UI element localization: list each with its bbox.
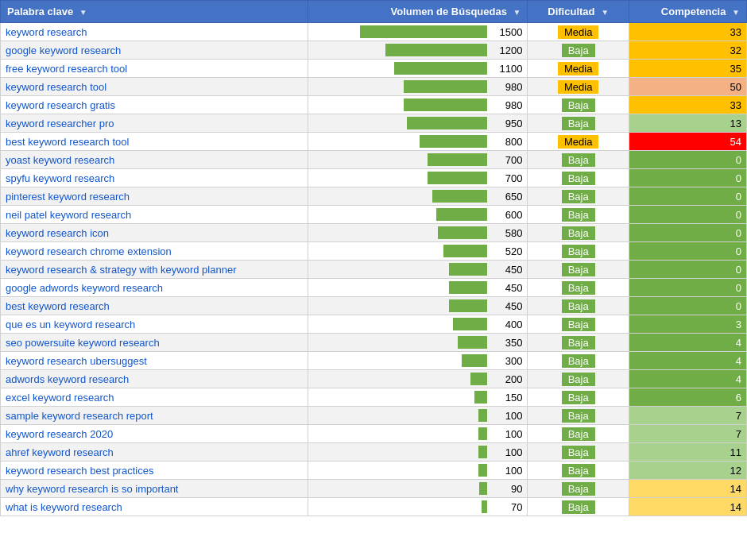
keyword-cell[interactable]: keyword research	[1, 23, 308, 41]
difficulty-cell: Baja	[528, 187, 629, 206]
keyword-cell[interactable]: keyword research ubersuggest	[1, 352, 308, 370]
difficulty-badge: Baja	[562, 190, 595, 203]
keyword-cell[interactable]: pinterest keyword research	[1, 187, 308, 206]
volume-number: 600	[490, 209, 522, 221]
difficulty-badge: Baja	[562, 336, 595, 350]
volume-cell: 100	[308, 407, 528, 425]
competition-cell: 0	[629, 261, 746, 279]
volume-cell: 520	[308, 242, 528, 261]
volume-bar	[428, 172, 487, 184]
volume-bar	[470, 373, 487, 385]
difficulty-cell: Baja	[528, 352, 629, 370]
competition-cell: 54	[629, 133, 746, 151]
difficulty-cell: Baja	[528, 388, 629, 407]
competition-cell: 33	[629, 96, 746, 114]
keyword-cell[interactable]: why keyword research is so important	[1, 480, 308, 498]
volume-bar	[404, 80, 487, 93]
filter-icon-keyword[interactable]: ▼	[79, 8, 87, 17]
volume-bar	[478, 409, 487, 422]
difficulty-badge: Baja	[562, 482, 595, 496]
keyword-cell[interactable]: excel keyword research	[1, 388, 308, 407]
difficulty-cell: Baja	[528, 443, 629, 462]
difficulty-badge: Baja	[562, 446, 595, 459]
difficulty-cell: Baja	[528, 462, 629, 480]
keyword-cell[interactable]: keyword research & strategy with keyword…	[1, 261, 308, 279]
volume-number: 70	[490, 501, 522, 513]
filter-icon-volume[interactable]: ▼	[513, 8, 521, 17]
volume-number: 100	[490, 446, 522, 458]
volume-cell: 700	[308, 169, 528, 187]
volume-bar	[360, 25, 487, 38]
competition-cell: 7	[629, 407, 746, 425]
competition-cell: 6	[629, 388, 746, 407]
keyword-cell[interactable]: keyword research best practices	[1, 462, 308, 480]
filter-icon-competition[interactable]: ▼	[732, 8, 740, 17]
keyword-cell[interactable]: best keyword research tool	[1, 133, 308, 151]
volume-number: 450	[490, 282, 522, 294]
difficulty-cell: Baja	[528, 169, 629, 187]
keyword-cell[interactable]: seo powersuite keyword research	[1, 334, 308, 352]
competition-cell: 50	[629, 78, 746, 96]
difficulty-cell: Baja	[528, 242, 629, 261]
table-row: neil patel keyword research 600 Baja0	[1, 206, 747, 224]
difficulty-cell: Baja	[528, 407, 629, 425]
table-row: free keyword research tool 1100 Media35	[1, 60, 747, 78]
table-row: keyword research chrome extension 520 Ba…	[1, 242, 747, 261]
volume-bar	[432, 190, 487, 203]
volume-bar	[458, 336, 487, 349]
volume-bar	[474, 391, 487, 404]
table-row: best keyword research tool 800 Media54	[1, 133, 747, 151]
keyword-cell[interactable]: ahref keyword research	[1, 443, 308, 462]
table-row: google adwords keyword research 450 Baja…	[1, 279, 747, 297]
col-keyword: Palabra clave ▼	[1, 1, 308, 23]
volume-cell: 950	[308, 114, 528, 133]
volume-cell: 980	[308, 96, 528, 114]
volume-number: 520	[490, 245, 522, 257]
difficulty-cell: Media	[528, 133, 629, 151]
keyword-cell[interactable]: keyword research tool	[1, 78, 308, 96]
volume-cell: 1200	[308, 41, 528, 60]
keyword-cell[interactable]: best keyword research	[1, 297, 308, 315]
keyword-cell[interactable]: google adwords keyword research	[1, 279, 308, 297]
volume-cell: 90	[308, 480, 528, 498]
competition-cell: 0	[629, 187, 746, 206]
keyword-cell[interactable]: neil patel keyword research	[1, 206, 308, 224]
keyword-cell[interactable]: yoast keyword research	[1, 151, 308, 169]
difficulty-badge: Baja	[562, 464, 595, 477]
volume-bar	[443, 245, 487, 257]
difficulty-cell: Media	[528, 78, 629, 96]
volume-number: 150	[490, 392, 522, 404]
keyword-cell[interactable]: keyword research 2020	[1, 425, 308, 443]
competition-cell: 12	[629, 462, 746, 480]
keyword-cell[interactable]: sample keyword research report	[1, 407, 308, 425]
table-row: seo powersuite keyword research 350 Baja…	[1, 334, 747, 352]
volume-bar	[449, 299, 487, 312]
volume-cell: 100	[308, 462, 528, 480]
keyword-cell[interactable]: google keyword research	[1, 41, 308, 60]
keyword-cell[interactable]: que es un keyword research	[1, 315, 308, 334]
keyword-cell[interactable]: keyword research gratis	[1, 96, 308, 114]
difficulty-badge: Media	[558, 80, 598, 94]
keyword-cell[interactable]: what is keyword research	[1, 498, 308, 516]
volume-cell: 450	[308, 261, 528, 279]
competition-cell: 4	[629, 352, 746, 370]
difficulty-cell: Media	[528, 60, 629, 78]
keyword-cell[interactable]: keyword researcher pro	[1, 114, 308, 133]
difficulty-badge: Baja	[562, 318, 595, 331]
competition-cell: 32	[629, 41, 746, 60]
volume-number: 100	[490, 465, 522, 477]
volume-number: 800	[490, 136, 522, 148]
volume-bar	[478, 464, 487, 477]
keyword-cell[interactable]: keyword research icon	[1, 224, 308, 242]
table-row: yoast keyword research 700 Baja0	[1, 151, 747, 169]
volume-number: 200	[490, 373, 522, 385]
keyword-cell[interactable]: spyfu keyword research	[1, 169, 308, 187]
keyword-cell[interactable]: free keyword research tool	[1, 60, 308, 78]
keyword-cell[interactable]: adwords keyword research	[1, 370, 308, 388]
competition-cell: 33	[629, 23, 746, 41]
volume-cell: 450	[308, 297, 528, 315]
difficulty-badge: Baja	[562, 281, 595, 295]
filter-icon-difficulty[interactable]: ▼	[601, 8, 609, 17]
competition-cell: 0	[629, 206, 746, 224]
keyword-cell[interactable]: keyword research chrome extension	[1, 242, 308, 261]
